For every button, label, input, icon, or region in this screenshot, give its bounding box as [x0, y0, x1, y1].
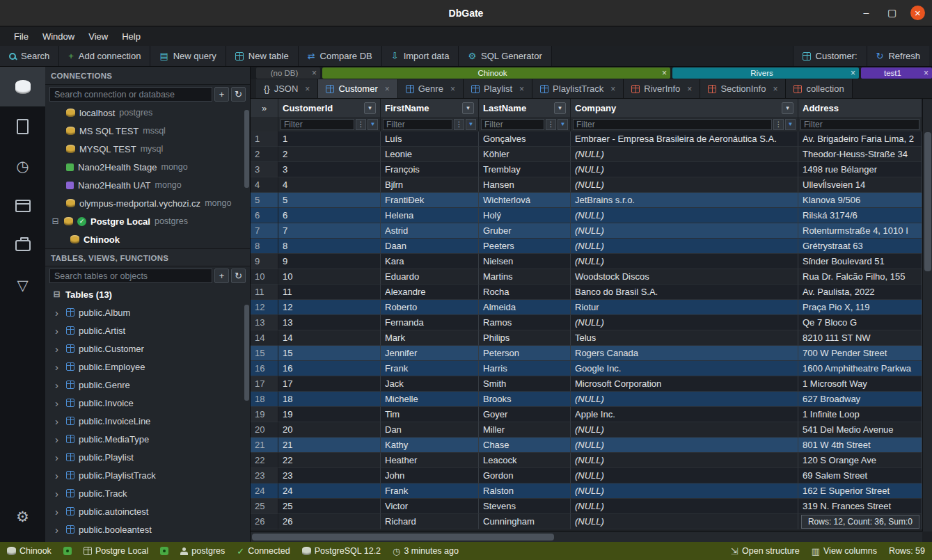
statusbar-item-indicator[interactable] — [63, 547, 72, 555]
column-dropdown-icon[interactable]: ▾ — [782, 102, 793, 114]
filter-menu-icon[interactable]: ⋮ — [454, 119, 464, 130]
menu-help[interactable]: Help — [115, 29, 148, 44]
table-row[interactable]: 11LuísGonçalvesEmbraer - Empresa Brasile… — [251, 131, 922, 147]
tables-group-row[interactable]: ⊟ Tables (13) — [45, 285, 250, 303]
statusbar-item-view-columns[interactable]: ▥View columns — [812, 546, 877, 556]
close-icon[interactable]: × — [773, 84, 777, 94]
filter-input-address[interactable] — [800, 119, 919, 130]
refresh-button[interactable]: ↻Refresh — [867, 46, 929, 66]
statusbar-item-indicator[interactable] — [160, 547, 168, 555]
statusbar-item-postgre-local[interactable]: Postgre Local — [84, 546, 148, 556]
chevron-right-icon[interactable]: › — [55, 398, 62, 408]
statusbar-item-3-minutes-ago[interactable]: ◷3 minutes ago — [393, 546, 459, 556]
chevron-right-icon[interactable]: › — [55, 307, 62, 318]
tab-group-rivers[interactable]: Rivers× — [672, 67, 859, 79]
table-row[interactable]: 2323JohnGordon(NULL)69 Salem Street — [251, 468, 922, 483]
statusbar-item-open-structure[interactable]: ⇲Open structure — [731, 546, 800, 556]
filter-input-company[interactable] — [573, 119, 772, 130]
funnel-icon[interactable]: ▼ — [368, 119, 378, 130]
table-row[interactable]: 1010EduardoMartinsWoodstock DiscosRua Dr… — [251, 269, 922, 285]
table-item-public-mediatype[interactable]: ›public.MediaType — [45, 430, 250, 448]
table-row[interactable]: 44BjſrnHansen(NULL)Ullevĺlsveien 14 — [251, 177, 922, 193]
chevron-right-icon[interactable]: › — [55, 362, 62, 372]
filter-menu-icon[interactable]: ⋮ — [356, 119, 366, 130]
connection-item-postgre-local[interactable]: ⊟✓Postgre Localpostgres — [45, 212, 250, 230]
refresh-connections-button[interactable]: ↻ — [231, 87, 246, 102]
connection-item-olympus-medportal-vychozi-cz[interactable]: olympus-medportal.vychozi.czmongo — [45, 194, 250, 212]
sql-generator-button[interactable]: ⚙SQL Generator — [459, 46, 551, 66]
table-item-public-album[interactable]: ›public.Album — [45, 303, 250, 321]
menu-file[interactable]: File — [7, 29, 35, 44]
rail-history-button[interactable]: ◷ — [0, 146, 45, 186]
funnel-icon[interactable]: ▼ — [785, 119, 796, 130]
statusbar-item-rows-59[interactable]: Rows: 59 — [889, 546, 925, 556]
table-item-public-playlist[interactable]: ›public.Playlist — [45, 448, 250, 466]
chevron-right-icon[interactable]: › — [55, 434, 62, 445]
menu-window[interactable]: Window — [35, 29, 81, 44]
close-icon[interactable]: × — [610, 84, 615, 94]
table-row[interactable]: 1212RobertoAlmeidaRioturPraça Pio X, 119 — [251, 300, 922, 315]
statusbar-item-connected[interactable]: ✓Connected — [237, 546, 290, 556]
rail-files-button[interactable] — [0, 106, 45, 146]
filter-input-firstname[interactable] — [383, 119, 452, 130]
filter-input-customerid[interactable] — [281, 119, 354, 130]
statusbar-item-postgresql-12-2[interactable]: PostgreSQL 12.2 — [302, 546, 381, 556]
maximize-button[interactable]: ▢ — [885, 6, 899, 20]
tab-json[interactable]: {}JSON× — [256, 79, 318, 98]
table-item-public-autoinctest[interactable]: ›public.autoinctest — [45, 502, 250, 520]
close-icon[interactable]: × — [924, 68, 929, 78]
close-icon[interactable]: × — [687, 84, 692, 94]
table-row[interactable]: 2222HeatherLeacock(NULL)120 S Orange Ave — [251, 453, 922, 468]
menu-view[interactable]: View — [81, 29, 115, 44]
filter-menu-icon[interactable]: ⋮ — [773, 119, 784, 130]
connection-item-localhost[interactable]: localhostpostgres — [45, 104, 250, 122]
table-row[interactable]: 1515JenniferPetersonRogers Canada700 W P… — [251, 346, 922, 361]
table-row[interactable]: 1818MichelleBrooks(NULL)627 Broadway — [251, 392, 922, 407]
funnel-icon[interactable]: ▼ — [466, 119, 476, 130]
statusbar-item-chinook[interactable]: Chinook — [7, 546, 52, 556]
close-button[interactable]: × — [910, 6, 925, 20]
close-icon[interactable]: × — [450, 84, 455, 94]
tab-sectioninfo[interactable]: SectionInfo× — [700, 79, 786, 98]
column-dropdown-icon[interactable]: ▾ — [554, 102, 566, 114]
table-row[interactable]: 2020DanMiller(NULL)541 Del Medio Avenue — [251, 422, 922, 438]
compare-db-button[interactable]: ⇄Compare DB — [299, 46, 382, 66]
tab-playlisttrack[interactable]: PlaylistTrack× — [532, 79, 624, 98]
search-button[interactable]: Search — [0, 46, 59, 66]
column-header-lastname[interactable]: LastName▾ — [479, 99, 571, 117]
table-row[interactable]: 22LeonieKöhler(NULL)Theodor-Heuss-Straße… — [251, 147, 922, 162]
tab-group-chinook[interactable]: Chinook× — [322, 67, 670, 79]
close-icon[interactable]: × — [312, 68, 317, 78]
column-header-firstname[interactable]: FirstName▾ — [381, 99, 479, 117]
table-row[interactable]: 1414MarkPhilipsTelus8210 111 ST NW — [251, 330, 922, 346]
rail-connections-button[interactable] — [0, 67, 45, 106]
tab-group-no-db[interactable]: (no DB)× — [256, 67, 320, 79]
import-data-button[interactable]: ⇩Import data — [382, 46, 459, 66]
column-header-customerid[interactable]: CustomerId▾ — [278, 99, 381, 117]
connection-item-nano2health-uat[interactable]: Nano2Health UATmongo — [45, 176, 250, 194]
customer-button[interactable]: Customer: — [793, 46, 867, 66]
rail-filters-button[interactable]: ▽ — [0, 265, 45, 305]
table-item-public-track[interactable]: ›public.Track — [45, 484, 250, 502]
grid-vertical-scrollbar[interactable] — [922, 99, 932, 531]
table-item-public-employee[interactable]: ›public.Employee — [45, 358, 250, 376]
table-item-public-genre[interactable]: ›public.Genre — [45, 376, 250, 394]
add-table-small-button[interactable]: + — [214, 269, 229, 283]
vertical-scrollbar-thumb[interactable] — [924, 132, 931, 271]
table-item-public-invoiceline[interactable]: ›public.InvoiceLine — [45, 412, 250, 430]
connection-item-chinook[interactable]: Chinook — [45, 230, 250, 248]
column-dropdown-icon[interactable]: ▾ — [462, 102, 474, 114]
rail-plugins-button[interactable] — [0, 225, 45, 265]
chevron-right-icon[interactable]: › — [55, 506, 62, 517]
grid-horizontal-scrollbar[interactable] — [251, 531, 922, 542]
table-row[interactable]: 1717JackSmithMicrosoft Corporation1 Micr… — [251, 376, 922, 392]
add-connection-button[interactable]: +Add connection — [59, 46, 150, 66]
filter-input-lastname[interactable] — [481, 119, 544, 130]
chevron-right-icon[interactable]: › — [55, 452, 62, 463]
tab-group-test1[interactable]: test1× — [861, 67, 932, 79]
collapse-icon[interactable]: ⊟ — [52, 289, 61, 299]
table-row[interactable]: 2121KathyChase(NULL)801 W 4th Street — [251, 438, 922, 453]
statusbar-item-postgres[interactable]: postgres — [180, 546, 225, 556]
table-row[interactable]: 2525VictorStevens(NULL)319 N. Frances St… — [251, 499, 922, 514]
horizontal-scrollbar-thumb[interactable] — [252, 534, 554, 541]
